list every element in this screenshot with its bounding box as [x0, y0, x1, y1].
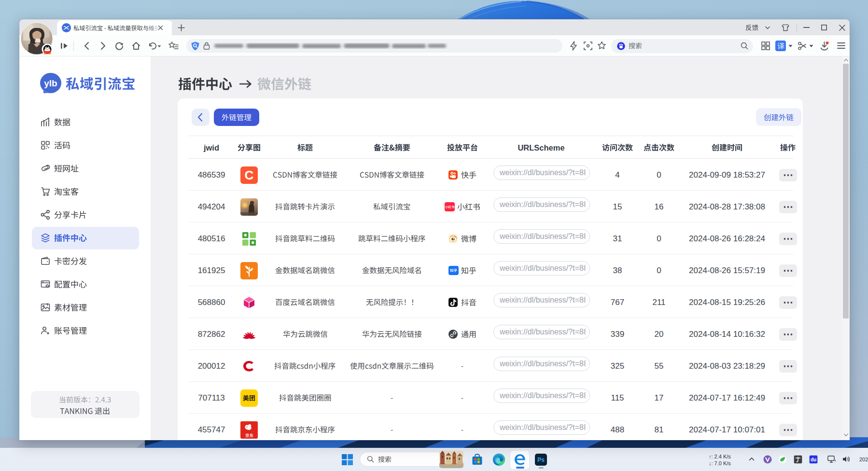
svg-text:du: du — [811, 457, 816, 462]
svg-text:ylb: ylb — [44, 78, 57, 88]
